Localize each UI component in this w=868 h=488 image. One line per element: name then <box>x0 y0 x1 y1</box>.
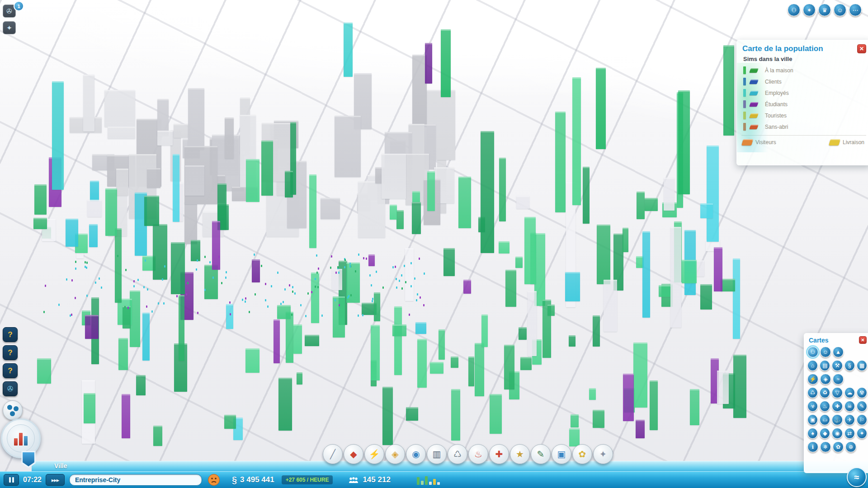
city-bar <box>633 343 647 408</box>
government-button[interactable]: ▥ <box>427 444 447 464</box>
camera-compass[interactable] <box>831 20 847 36</box>
map-education-icon[interactable]: ✎ <box>857 401 867 412</box>
fast-forward-button[interactable]: ▸▸▸ <box>46 474 65 486</box>
pedestrian-dot <box>261 265 262 267</box>
pedestrian-dot <box>316 254 317 257</box>
pedestrian-dot <box>164 265 165 267</box>
map-recycling-icon[interactable]: ♻ <box>820 387 830 398</box>
map-germs-icon[interactable]: ☣ <box>807 401 818 412</box>
game-viewport[interactable]: ✇ ✦ 1 ⚇✶♛☺⋯ Carte de la population ✕ Sim… <box>0 0 868 488</box>
map-wealth-icon[interactable]: § <box>844 360 855 371</box>
map-land-value-icon[interactable]: ▲ <box>833 347 844 357</box>
pedestrian-dot <box>117 255 118 257</box>
notification-badge[interactable]: 1 <box>14 1 24 11</box>
map-ground-pollution-icon[interactable]: ▽ <box>832 387 842 398</box>
map-bus-icon[interactable]: ▣ <box>807 414 818 425</box>
map-wind-icon[interactable]: ✿ <box>833 441 844 452</box>
map-garbage-icon[interactable]: ♺ <box>807 387 818 398</box>
map-traffic-icon[interactable]: ⊕ <box>845 441 856 452</box>
specialization-button[interactable]: ✦ <box>593 444 613 464</box>
pedestrian-dot <box>358 314 359 317</box>
close-icon[interactable]: ✕ <box>857 44 866 53</box>
map-oil-icon[interactable]: ◉ <box>832 428 842 439</box>
close-icon[interactable]: ✕ <box>859 336 867 344</box>
mission-button-1[interactable]: ? <box>3 327 18 342</box>
screenshot-button[interactable]: ✦ <box>3 21 16 34</box>
map-snow-icon[interactable]: ❄ <box>820 441 831 452</box>
parks-button[interactable]: ✿ <box>572 444 592 464</box>
pedestrian-dot <box>209 261 211 263</box>
map-commercial-icon[interactable]: ▤ <box>820 360 830 371</box>
city-shield-button[interactable] <box>21 451 36 468</box>
legend-label: Clients <box>765 79 782 85</box>
population-count[interactable]: 145 212 <box>363 475 390 484</box>
fire-button[interactable]: ♨ <box>468 444 488 464</box>
social-button[interactable] <box>3 400 23 420</box>
map-power-icon[interactable]: ⚡ <box>807 374 818 385</box>
sewage-button[interactable]: ◉ <box>406 444 426 464</box>
map-population-icon[interactable]: ⚇ <box>807 347 818 357</box>
maps-row: ⚡◈≈ <box>807 374 867 385</box>
map-fire-icon[interactable]: ♨ <box>820 401 830 412</box>
water-button[interactable]: ◈ <box>385 444 405 464</box>
map-industrial-icon[interactable]: ⚒ <box>832 360 842 371</box>
city-bar <box>108 127 135 139</box>
simcity-world-button[interactable]: ≈ <box>847 467 867 487</box>
map-plane-icon[interactable]: ✈ <box>844 414 855 425</box>
map-mining-icon[interactable]: ◆ <box>820 428 830 439</box>
treasury-amount[interactable]: 3 495 441 <box>240 475 274 484</box>
city-bar <box>412 191 420 202</box>
education-button[interactable]: ✎ <box>531 444 551 464</box>
map-radiation-icon[interactable]: ☢ <box>857 387 867 398</box>
visitors-toggle[interactable]: Visiteurs <box>742 139 776 145</box>
pause-button[interactable] <box>4 474 19 486</box>
map-crime-icon[interactable]: ☠ <box>844 401 855 412</box>
city-bar <box>499 241 509 253</box>
roads-button[interactable]: ╱ <box>323 444 343 464</box>
map-electronics-icon[interactable]: ✦ <box>857 428 867 439</box>
rci-bar <box>433 479 436 485</box>
pedestrian-dot <box>399 280 400 282</box>
map-tourists-icon[interactable]: ⚐ <box>857 414 867 425</box>
map-trade-icon[interactable]: ⇄ <box>844 428 855 439</box>
city-bar <box>278 378 292 431</box>
health-button[interactable]: ✚ <box>489 444 509 464</box>
pedestrian-dot <box>230 313 231 315</box>
pedestrian-dot <box>410 262 412 264</box>
zoning-button[interactable]: ◆ <box>344 444 363 464</box>
pedestrian-dot <box>405 281 406 283</box>
power-button[interactable]: ⚡ <box>364 444 384 464</box>
mission-button-3[interactable]: ? <box>3 363 18 378</box>
map-residential-icon[interactable]: ⌂ <box>807 360 818 371</box>
approval-smiley-icon[interactable] <box>208 474 220 486</box>
pedestrian-dot <box>363 257 364 259</box>
map-streetcar-icon[interactable]: ▭ <box>820 414 830 425</box>
pedestrian-dot <box>66 278 67 281</box>
map-gambling-icon[interactable]: ♠ <box>807 428 818 439</box>
city-bar <box>123 306 131 328</box>
map-water-icon[interactable]: ◈ <box>820 374 831 385</box>
more-options-button-icon[interactable]: ⋯ <box>849 4 862 16</box>
police-button[interactable]: ★ <box>510 444 530 464</box>
mission-button-2[interactable]: ? <box>3 345 18 360</box>
map-health-icon[interactable]: ✚ <box>832 401 842 412</box>
friends-button-icon[interactable]: ☺ <box>834 4 846 16</box>
map-city-info-icon[interactable]: ℹ <box>807 441 818 452</box>
map-approval-icon[interactable]: ☺ <box>820 347 831 357</box>
city-bar <box>142 313 150 361</box>
delivery-toggle[interactable]: Livraison <box>830 139 864 145</box>
mass-transit-button[interactable]: ▣ <box>552 444 571 464</box>
garbage-button[interactable]: ♺ <box>448 444 467 464</box>
achievements-button-icon[interactable]: ✶ <box>803 4 816 16</box>
map-sewage-icon[interactable]: ≈ <box>833 374 844 385</box>
leaderboards-button-icon[interactable]: ♛ <box>818 4 831 16</box>
map-density-icon[interactable]: ▦ <box>857 360 867 371</box>
city-bar <box>191 240 201 261</box>
multiplayer-button-icon[interactable]: ⚇ <box>788 4 800 16</box>
camera-tool-button[interactable]: ✇ <box>3 381 18 396</box>
map-boat-icon[interactable]: ⚓ <box>832 414 842 425</box>
pedestrian-dot <box>271 285 272 287</box>
city-name-input[interactable] <box>69 474 202 486</box>
map-air-pollution-icon[interactable]: ☁ <box>844 387 855 398</box>
rci-demand-bars[interactable] <box>417 475 440 485</box>
